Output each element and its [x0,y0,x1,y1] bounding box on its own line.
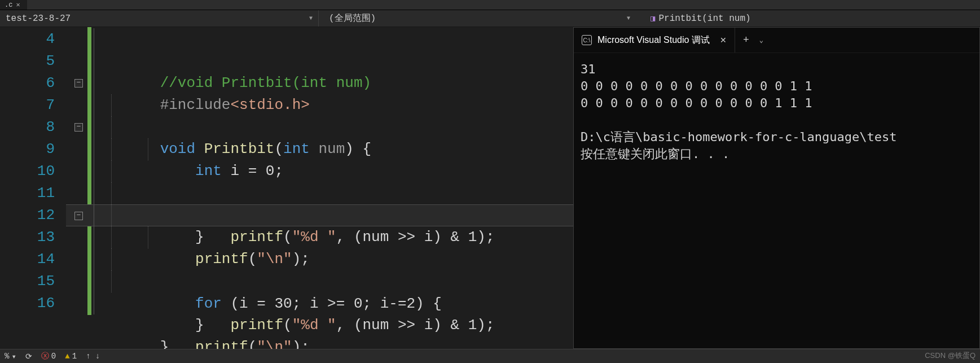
console-titlebar[interactable]: C:\ Microsoft Visual Studio 调试 ✕ + ⌄ [574,28,979,53]
project-dropdown[interactable]: test-23-8-27 ▼ [0,10,319,27]
console-output[interactable]: 31 0 0 0 0 0 0 0 0 0 0 0 0 0 0 1 1 0 0 0… [574,53,979,170]
fold-button[interactable]: − [74,79,83,88]
debug-console-window: C:\ Microsoft Visual Studio 调试 ✕ + ⌄ 31 … [573,27,980,349]
chevron-down-icon: ▼ [627,15,630,21]
file-tab[interactable]: .c ✕ [0,0,27,10]
tab-bar: .c ✕ [0,0,980,10]
new-tab-button[interactable]: + [743,34,749,46]
console-actions: + ⌄ [735,34,771,46]
status-bar: % ▾ ⟳ ⓧ0 ▲1 ↑ ↓ [0,349,980,363]
line-number-gutter: 4 5 6 7 8 9 10 11 12 13 14 15 16 [0,27,66,349]
chevron-down-icon[interactable]: ⌄ [759,36,763,45]
line-number: 5 [0,50,55,72]
line-number: 13 [0,226,55,248]
line-number: 15 [0,270,55,292]
sync-icon[interactable]: ⟳ [25,352,32,361]
fold-button[interactable]: − [74,212,83,220]
close-icon[interactable]: ✕ [16,1,20,9]
zoom-indicator[interactable]: % ▾ [5,352,16,361]
line-number: 12 [0,204,55,226]
line-number: 16 [0,292,55,314]
error-icon: ⓧ [41,351,49,361]
error-count[interactable]: ⓧ0 [41,351,56,361]
console-tab-title: Microsoft Visual Studio 调试 [597,34,710,46]
warning-count[interactable]: ▲1 [65,352,77,361]
watermark: CSDN @铁蛋Q [925,351,975,361]
file-tab-label: .c [5,1,12,9]
symbol-dropdown-label: Printbit(int num) [658,14,750,24]
line-number: 6 [0,72,55,94]
chevron-down-icon: ▼ [309,15,313,21]
navigation-bar: test-23-8-27 ▼ (全局范围) ▼ ◨ Printbit(int n… [0,10,980,27]
close-icon[interactable]: ✕ [715,36,727,45]
symbol-dropdown[interactable]: ◨ Printbit(int num) [640,10,980,27]
line-number: 4 [0,28,55,50]
line-number: 8 [0,116,55,138]
project-dropdown-label: test-23-8-27 [6,14,71,24]
scope-dropdown[interactable]: (全局范围) ▼ [319,10,640,27]
line-number: 7 [0,94,55,116]
line-number: 10 [0,160,55,182]
line-number: 11 [0,182,55,204]
warning-icon: ▲ [65,352,69,361]
line-number: 14 [0,248,55,270]
fold-button[interactable]: − [74,123,83,132]
scope-dropdown-label: (全局范围) [329,12,376,24]
console-tab[interactable]: C:\ Microsoft Visual Studio 调试 ✕ [574,28,735,53]
line-number: 9 [0,138,55,160]
method-icon: ◨ [651,14,655,23]
nav-arrows[interactable]: ↑ ↓ [86,352,100,361]
console-icon: C:\ [582,35,592,45]
